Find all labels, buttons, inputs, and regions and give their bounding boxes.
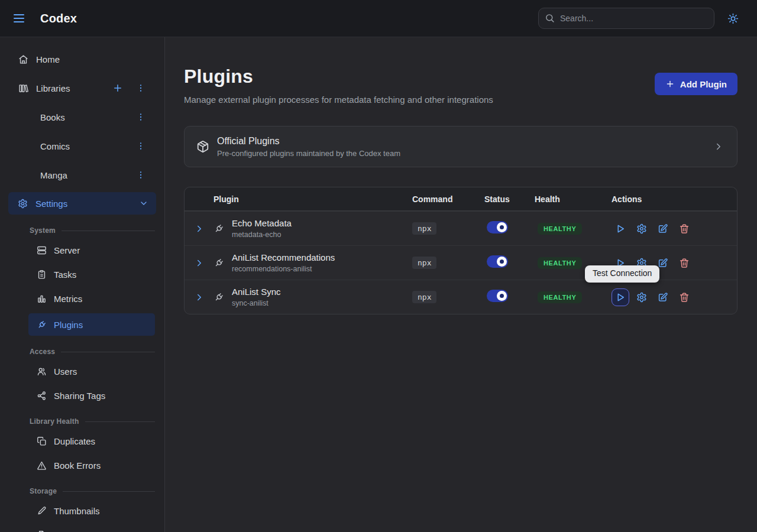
- edit-pencil-icon[interactable]: [654, 288, 672, 306]
- health-badge: HEALTHY: [538, 257, 582, 269]
- server-icon: [37, 245, 47, 255]
- plugin-name: AniList Recommendations: [232, 252, 335, 262]
- section-header-library-health: Library Health: [30, 417, 155, 426]
- sidebar: Home Libraries Books Comics: [0, 37, 165, 532]
- search-box: [538, 8, 714, 29]
- main-content: Plugins Manage external plugin processes…: [165, 37, 757, 532]
- sidebar-item-metrics[interactable]: Metrics: [0, 289, 164, 309]
- expand-row-icon[interactable]: [194, 223, 205, 234]
- table-row: AniList Sync sync-anilist npx HEALTHY: [185, 280, 737, 314]
- sidebar-item-label: Sharing Tags: [54, 391, 105, 401]
- plus-icon: [665, 79, 675, 89]
- plugin-slug: metadata-echo: [232, 231, 292, 239]
- test-connection-play-icon[interactable]: [612, 288, 629, 306]
- status-toggle[interactable]: [487, 255, 508, 268]
- menu-icon[interactable]: [12, 11, 26, 25]
- command-chip: npx: [412, 291, 436, 303]
- plug-icon: [37, 320, 47, 330]
- expand-row-icon[interactable]: [194, 292, 205, 303]
- official-plugins-card[interactable]: Official Plugins Pre-configured plugins …: [184, 126, 737, 167]
- sidebar-item-label: Duplicates: [54, 436, 95, 446]
- sidebar-item-sharing-tags[interactable]: Sharing Tags: [0, 386, 164, 406]
- status-toggle[interactable]: [487, 290, 508, 302]
- search-input[interactable]: [538, 8, 714, 29]
- sidebar-item-label: Plugins: [54, 320, 83, 330]
- expand-row-icon[interactable]: [194, 258, 205, 268]
- sidebar-item-label: Comics: [40, 141, 70, 151]
- section-header-storage: Storage: [30, 487, 155, 495]
- plugin-name: AniList Sync: [232, 287, 281, 297]
- sidebar-item-book-errors[interactable]: Book Errors: [0, 456, 164, 475]
- home-icon: [18, 54, 28, 64]
- sidebar-item-label: Libraries: [36, 83, 70, 93]
- edit-pencil-icon[interactable]: [654, 220, 672, 238]
- sidebar-item-label: Metrics: [54, 294, 82, 304]
- column-header-plugin: Plugin: [213, 194, 412, 204]
- comics-kebab-icon[interactable]: [136, 141, 147, 151]
- manga-kebab-icon[interactable]: [136, 170, 147, 180]
- brush-icon: [37, 506, 47, 516]
- health-badge: HEALTHY: [538, 291, 582, 303]
- sidebar-item-comics[interactable]: Comics: [0, 134, 164, 158]
- delete-trash-icon[interactable]: [675, 220, 693, 238]
- page-subtitle: Manage external plugin processes for met…: [184, 95, 493, 105]
- table-row: Echo Metadata metadata-echo npx HEALTHY: [185, 211, 737, 245]
- command-chip: npx: [412, 222, 436, 235]
- warning-triangle-icon: [37, 460, 47, 471]
- plugin-name: Echo Metadata: [232, 218, 292, 228]
- sidebar-item-label: Thumbnails: [54, 506, 100, 516]
- package-icon: [196, 140, 209, 153]
- clipboard-icon: [37, 270, 47, 280]
- section-header-access: Access: [30, 348, 155, 356]
- command-chip: npx: [412, 257, 436, 269]
- tooltip-test-connection: Test Connection: [585, 265, 659, 283]
- sidebar-item-settings[interactable]: Settings: [8, 192, 156, 215]
- sidebar-item-libraries[interactable]: Libraries: [0, 76, 164, 100]
- chevron-down-icon: [139, 199, 148, 208]
- sidebar-item-label: Books: [40, 112, 65, 122]
- sidebar-item-label: Users: [54, 366, 77, 377]
- sidebar-item-label: Book Errors: [54, 460, 101, 471]
- books-kebab-icon[interactable]: [136, 112, 147, 122]
- share-icon: [37, 391, 47, 401]
- column-header-actions: Actions: [612, 194, 737, 204]
- delete-trash-icon[interactable]: [675, 288, 693, 306]
- sidebar-item-tasks[interactable]: Tasks: [0, 265, 164, 284]
- add-plugin-button[interactable]: Add Plugin: [655, 73, 737, 95]
- plugin-slug: sync-anilist: [232, 299, 281, 307]
- page-title: Plugins: [184, 66, 493, 87]
- sidebar-item-page-cache[interactable]: PDF Page Cache: [0, 525, 164, 532]
- health-badge: HEALTHY: [538, 223, 582, 235]
- column-header-health: Health: [535, 194, 612, 204]
- top-bar: Codex: [0, 0, 757, 37]
- configure-gear-icon[interactable]: [633, 288, 651, 306]
- sidebar-item-label: Settings: [35, 199, 67, 209]
- sidebar-item-manga[interactable]: Manga: [0, 163, 164, 187]
- sidebar-item-thumbnails[interactable]: Thumbnails: [0, 501, 164, 521]
- configure-gear-icon[interactable]: [633, 220, 651, 238]
- sidebar-item-server[interactable]: Server: [0, 241, 164, 260]
- section-header-system: System: [30, 226, 155, 235]
- status-toggle[interactable]: [487, 221, 508, 233]
- plug-icon: [213, 258, 224, 268]
- sidebar-item-users[interactable]: Users: [0, 362, 164, 381]
- theme-toggle-sun-icon[interactable]: [727, 10, 744, 27]
- plugin-slug: recommendations-anilist: [232, 265, 335, 273]
- copy-icon: [37, 436, 47, 446]
- sidebar-item-plugins[interactable]: Plugins: [28, 313, 155, 336]
- chevron-right-icon: [713, 141, 724, 152]
- sidebar-item-label: Tasks: [54, 270, 76, 280]
- official-plugins-subtitle: Pre-configured plugins maintained by the…: [217, 149, 400, 158]
- bar-chart-icon: [37, 294, 47, 304]
- add-library-icon[interactable]: [112, 83, 123, 93]
- sidebar-item-books[interactable]: Books: [0, 105, 164, 129]
- official-plugins-title: Official Plugins: [217, 136, 400, 147]
- sidebar-item-home[interactable]: Home: [0, 47, 164, 71]
- gear-icon: [18, 199, 28, 209]
- sidebar-item-duplicates[interactable]: Duplicates: [0, 432, 164, 451]
- sidebar-item-label: Manga: [40, 170, 67, 180]
- delete-trash-icon[interactable]: [675, 254, 693, 272]
- libraries-kebab-icon[interactable]: [136, 83, 147, 93]
- test-connection-play-icon[interactable]: [612, 220, 629, 238]
- plug-icon: [213, 223, 224, 234]
